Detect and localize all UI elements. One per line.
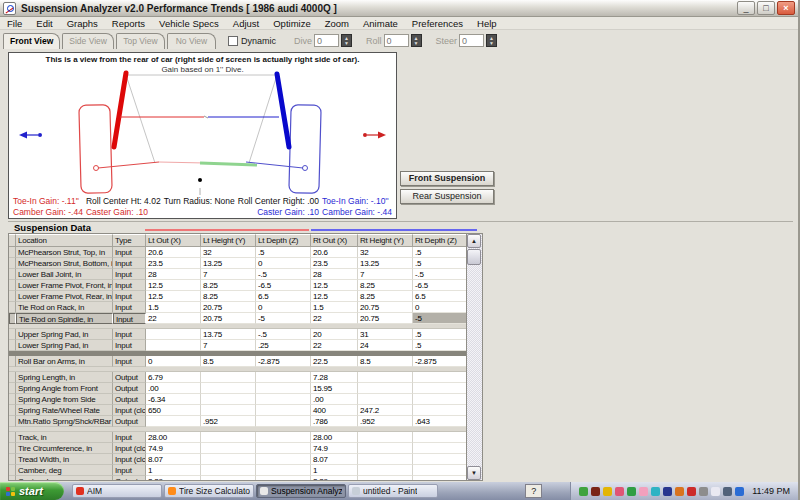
cell-value[interactable]: 13.25 (358, 258, 413, 269)
cell-value[interactable]: 20 (311, 329, 358, 340)
cell-value[interactable]: 20.75 (358, 313, 413, 324)
scroll-thumb[interactable] (467, 249, 481, 265)
cell-value[interactable]: 32 (201, 247, 256, 258)
rear-suspension-button[interactable]: Rear Suspension (400, 189, 494, 204)
cell-value[interactable] (256, 432, 311, 443)
cell-value[interactable]: 20.6 (146, 247, 201, 258)
task-aim[interactable]: AIM (72, 484, 162, 498)
cell-value[interactable] (413, 372, 467, 383)
menu-item-help[interactable]: Help (470, 18, 504, 29)
green-shield-icon[interactable] (627, 487, 636, 496)
cell-value[interactable]: 15.95 (311, 383, 358, 394)
cell-value[interactable]: 8.07 (146, 454, 201, 465)
cell-value[interactable]: 20.75 (201, 313, 256, 324)
cell-value[interactable] (201, 443, 256, 454)
cell-value[interactable]: 2.29 (146, 476, 201, 481)
cell-value[interactable] (413, 443, 467, 454)
cell-value[interactable]: 650 (146, 405, 201, 416)
cell-value[interactable] (201, 476, 256, 481)
cell-value[interactable]: 1.5 (311, 302, 358, 313)
cell-value[interactable]: 13.75 (201, 329, 256, 340)
cell-value[interactable] (256, 476, 311, 481)
cell-value[interactable]: -5 (413, 313, 467, 324)
steer-stepper[interactable]: ▲▼ (486, 34, 497, 47)
cell-value[interactable]: 20.75 (201, 302, 256, 313)
cell-value[interactable]: -6.5 (413, 280, 467, 291)
menu-item-reports[interactable]: Reports (105, 18, 152, 29)
menu-item-preferences[interactable]: Preferences (405, 18, 470, 29)
cell-value[interactable] (256, 394, 311, 405)
cell-value[interactable]: -.5 (256, 329, 311, 340)
cell-value[interactable]: 1.5 (146, 302, 201, 313)
cell-value[interactable] (358, 465, 413, 476)
dynamic-checkbox[interactable] (228, 36, 238, 46)
scroll-up-icon[interactable]: ▲ (467, 234, 481, 248)
dive-stepper[interactable]: ▲▼ (341, 34, 352, 47)
cell-value[interactable] (256, 405, 311, 416)
cell-value[interactable]: -2.875 (413, 356, 467, 367)
maximize-button[interactable]: □ (757, 1, 775, 15)
menu-item-vehicle-specs[interactable]: Vehicle Specs (152, 18, 226, 29)
cell-value[interactable]: 74.9 (311, 443, 358, 454)
cell-value[interactable] (413, 405, 467, 416)
cell-value[interactable]: 0 (256, 302, 311, 313)
cell-value[interactable]: 74.9 (146, 443, 201, 454)
menu-item-zoom[interactable]: Zoom (318, 18, 356, 29)
cell-value[interactable]: 8.25 (201, 280, 256, 291)
cell-value[interactable]: 6.79 (146, 372, 201, 383)
cell-value[interactable]: -2.875 (256, 356, 311, 367)
cell-value[interactable] (358, 383, 413, 394)
cell-value[interactable]: 20.6 (311, 247, 358, 258)
cell-value[interactable] (413, 432, 467, 443)
cell-value[interactable]: 22 (311, 313, 358, 324)
cell-value[interactable]: 8.5 (358, 356, 413, 367)
cell-value[interactable]: 22 (311, 340, 358, 351)
cell-value[interactable]: 12.5 (146, 280, 201, 291)
monitor-icon[interactable] (723, 487, 732, 496)
small-pink-icon[interactable] (639, 487, 648, 496)
cell-value[interactable]: -6.5 (256, 280, 311, 291)
cell-value[interactable]: .5 (413, 329, 467, 340)
cell-value[interactable]: 7 (201, 340, 256, 351)
cell-value[interactable]: .643 (413, 416, 467, 427)
cell-value[interactable]: -.5 (256, 269, 311, 280)
front-suspension-button[interactable]: Front Suspension (400, 171, 494, 186)
grid-scrollbar[interactable]: ▲ ▼ (467, 233, 483, 481)
cell-value[interactable]: 20.75 (358, 302, 413, 313)
menu-item-adjust[interactable]: Adjust (226, 18, 266, 29)
orange-icon[interactable] (675, 487, 684, 496)
cell-value[interactable] (201, 383, 256, 394)
cell-value[interactable]: 24 (358, 340, 413, 351)
cell-value[interactable]: 0 (146, 356, 201, 367)
cell-value[interactable]: 31 (358, 329, 413, 340)
tab-front-view[interactable]: Front View (3, 33, 60, 49)
cell-value[interactable]: 28 (146, 269, 201, 280)
cell-value[interactable]: 0 (256, 258, 311, 269)
cell-value[interactable]: .00 (146, 383, 201, 394)
cell-value[interactable]: .5 (413, 247, 467, 258)
close-button[interactable]: × (777, 1, 795, 15)
cell-value[interactable]: -5 (256, 313, 311, 324)
cell-value[interactable]: 6.5 (413, 291, 467, 302)
cell-value[interactable]: 8.25 (358, 291, 413, 302)
cell-value[interactable]: 12.5 (311, 291, 358, 302)
cell-value[interactable]: 23.5 (311, 258, 358, 269)
cell-value[interactable]: 7 (358, 269, 413, 280)
minimize-button[interactable]: _ (737, 1, 755, 15)
green-utility-icon[interactable] (579, 487, 588, 496)
dive-input[interactable]: 0 (314, 34, 339, 47)
cell-value[interactable]: 23.5 (146, 258, 201, 269)
cell-value[interactable] (256, 454, 311, 465)
cell-value[interactable] (256, 383, 311, 394)
tab-no-view[interactable]: No View (167, 33, 216, 49)
cell-value[interactable] (146, 416, 201, 427)
cell-value[interactable] (201, 394, 256, 405)
cell-value[interactable]: 8.25 (201, 291, 256, 302)
scroll-down-icon[interactable]: ▼ (467, 466, 481, 480)
cell-value[interactable] (201, 465, 256, 476)
cell-value[interactable]: 1 (146, 465, 201, 476)
steer-input[interactable]: 0 (459, 34, 484, 47)
cell-value[interactable]: 8.07 (311, 454, 358, 465)
cell-value[interactable]: .25 (256, 340, 311, 351)
cell-value[interactable]: -.5 (413, 269, 467, 280)
